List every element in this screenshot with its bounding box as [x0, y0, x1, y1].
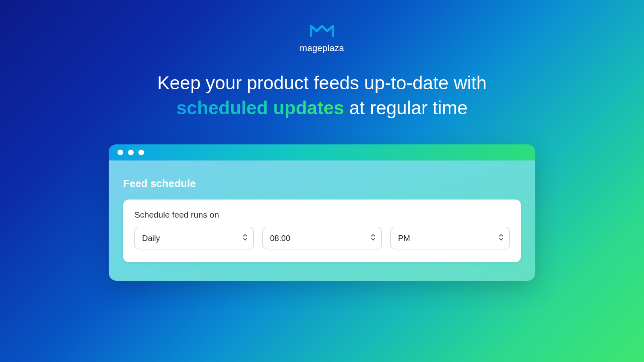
window-control-minimize-icon[interactable] — [128, 150, 134, 155]
window-control-close-icon[interactable] — [118, 150, 123, 155]
time-value: 08:00 — [270, 234, 290, 243]
brand-name: mageplaza — [0, 43, 644, 53]
headline-suffix: at regular time — [344, 97, 468, 118]
brand-header: mageplaza — [0, 0, 644, 53]
meridiem-value: PM — [398, 234, 410, 243]
schedule-form: Schedule feed runs on Daily 08:00 — [123, 200, 521, 262]
brand-logo-icon — [310, 22, 334, 41]
time-select-wrap: 08:00 — [262, 227, 382, 249]
time-select[interactable]: 08:00 — [262, 227, 382, 249]
meridiem-select-wrap: PM — [390, 227, 510, 249]
headline-line1: Keep your product feeds up-to-date with — [157, 72, 487, 93]
window-titlebar — [109, 144, 535, 160]
field-label: Schedule feed runs on — [134, 210, 510, 220]
window-body: Feed schedule Schedule feed runs on Dail… — [109, 160, 535, 281]
selects-row: Daily 08:00 PM — [134, 227, 510, 249]
headline: Keep your product feeds up-to-date with … — [0, 70, 644, 120]
window-control-zoom-icon[interactable] — [138, 150, 144, 155]
frequency-select-wrap: Daily — [134, 227, 254, 249]
frequency-select[interactable]: Daily — [134, 227, 254, 249]
section-title: Feed schedule — [123, 177, 521, 190]
schedule-window: Feed schedule Schedule feed runs on Dail… — [109, 144, 535, 281]
headline-highlight: scheduled updates — [176, 97, 344, 118]
meridiem-select[interactable]: PM — [390, 227, 510, 249]
frequency-value: Daily — [142, 234, 160, 243]
